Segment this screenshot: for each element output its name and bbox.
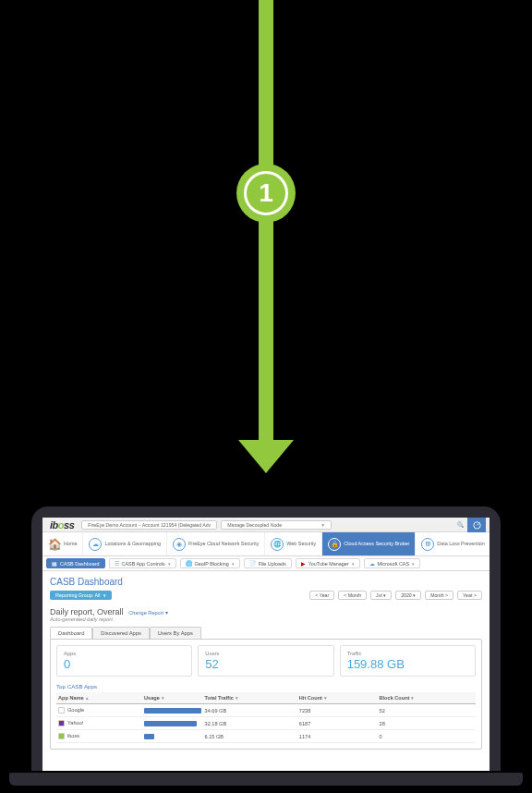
subnav-label: GeoIP Blocking [195,561,229,567]
top-apps-table: App Name▴ Usage▾ Total Traffic▾ Hit Coun… [56,692,476,743]
brand-logo-left: ib [50,519,58,531]
dashboard-panel: Apps 0 Users 52 Traffic 159.88 GB Top CA… [50,639,482,750]
tab-users-by-apps[interactable]: Users By Apps [150,627,201,639]
file-icon: 📄 [249,560,256,567]
tab-dashboard[interactable]: Dashboard [50,627,92,639]
reporting-group-selector[interactable]: Reporting Group: All ▾ [50,591,112,600]
nav-home-label: Home [64,542,77,547]
subnav-geoip[interactable]: 🌐 GeoIP Blocking ▾ [180,558,240,568]
page-title: CASB Dashboard [50,577,482,587]
reporting-group-label: Reporting Group: All [55,592,101,598]
col-hits[interactable]: Hit Count▾ [297,692,378,704]
nav-label: Locations & Geomapping [104,542,161,547]
subnav-mscas[interactable]: ☁ Microsoft CAS ▾ [364,558,420,568]
cell-traffic: 6.15 GB [203,730,297,743]
globe-icon: 🌐 [186,560,192,567]
table-row[interactable]: Yahoo!32.18 GB618728 [56,717,476,730]
primary-nav: 🏠 Home ☁ Locations & Geomapping ◉ FireEy… [42,532,490,556]
lock-icon: 🔒 [328,538,341,551]
table-row[interactable]: Google34.69 GB723852 [56,704,476,717]
cell-hits: 1174 [297,730,378,743]
subnav-youtube[interactable]: ▶ YouTube Manager ▾ [296,558,360,568]
grid-icon: ▦ [52,560,57,567]
col-app-name[interactable]: App Name▴ [56,692,142,704]
subnav-label: Microsoft CAS [378,561,409,567]
chevron-down-icon: ▾ [232,561,235,567]
secondary-nav: ▦ CASB Dashboard ☰ CASB App Controls ▾ 🌐… [42,556,490,571]
change-report-link[interactable]: Change Report ▾ [128,610,168,616]
brand-logo-right: ss [64,519,74,531]
dashboard-header: CASB Dashboard Reporting Group: All ▾ < … [42,571,490,604]
sort-icon: ▴ [86,695,89,701]
kpi-value: 159.88 GB [347,657,468,671]
subnav-app-controls[interactable]: ☰ CASB App Controls ▾ [109,558,176,568]
step-badge: 1 [236,164,296,223]
cell-usage [142,730,202,743]
report-subtitle: Auto-generated daily report. [50,616,482,622]
cell-usage [142,704,202,717]
nav-locations[interactable]: ☁ Locations & Geomapping [83,532,167,555]
subnav-label: YouTube Manager [308,561,349,567]
tab-discovered-apps[interactable]: Discovered Apps [92,627,150,639]
nav-casb[interactable]: 🔒 Cloud Access Security Broker [322,532,416,555]
app-screen: iboss FireEye Demo Account – Account 121… [42,518,490,771]
nav-websecurity[interactable]: 🌐 Web Security [265,532,322,555]
account-selector[interactable]: FireEye Demo Account – Account 121954 (D… [81,520,217,530]
kpi-label: Traffic [347,651,468,656]
year-selector[interactable]: 2020 ▾ [395,591,421,600]
col-traffic[interactable]: Total Traffic▾ [203,692,297,704]
chevron-down-icon: ▾ [352,561,355,567]
next-month-button[interactable]: Month > [425,591,453,600]
kpi-row: Apps 0 Users 52 Traffic 159.88 GB [56,645,476,677]
node-selector-label: Manage Decoupled Node [227,522,282,528]
app-icon [58,707,65,714]
usage-bar [144,734,154,739]
subnav-label: CASB Dashboard [60,561,100,567]
cell-app: Google [56,704,142,717]
next-year-button[interactable]: Year > [457,591,482,600]
youtube-icon: ▶ [301,560,306,567]
report-tabs: Dashboard Discovered Apps Users By Apps [50,627,482,639]
sort-icon: ▾ [411,695,414,701]
chevron-down-icon: ▾ [168,561,171,567]
col-label: Hit Count [299,695,322,701]
kpi-label: Apps [64,651,185,656]
month-selector[interactable]: Jul ▾ [370,591,392,600]
col-blocks[interactable]: Block Count▾ [378,692,476,704]
menu-icon: ☰ [115,560,119,567]
subnav-file-uploads[interactable]: 📄 File Uploads [244,558,292,568]
cell-app: Yahoo! [56,717,142,730]
search-icon[interactable]: 🔍 [457,521,464,528]
cell-hits: 7238 [297,704,378,717]
kpi-value: 52 [205,657,326,671]
subnav-casb-dashboard[interactable]: ▦ CASB Dashboard [46,558,105,568]
diagram-arrow-head [238,440,294,473]
nav-label: Web Security [286,542,316,547]
cell-blocks: 0 [378,730,476,743]
table-title: Top CASB Apps [56,683,476,689]
cell-traffic: 32.18 GB [203,717,297,730]
prev-year-button[interactable]: < Year [309,591,334,600]
col-label: Total Traffic [205,695,234,701]
usage-bar [144,708,200,714]
prev-month-button[interactable]: < Month [338,591,367,600]
nav-home[interactable]: 🏠 Home [42,532,83,555]
chevron-down-icon: ▾ [412,561,415,567]
col-label: Usage [144,695,160,701]
node-selector[interactable]: Manage Decoupled Node ▼ [221,520,332,530]
nav-dlp[interactable]: ⛨ Data Loss Prevention [416,532,490,555]
table-row[interactable]: iboss6.15 GB11740 [56,730,476,743]
cell-traffic: 34.69 GB [203,704,297,717]
nav-label: FireEye Cloud Network Security [188,542,259,547]
chevron-down-icon: ▼ [320,522,325,528]
kpi-users: Users 52 [198,645,333,677]
col-label: Block Count [380,695,410,701]
fire-icon: ◉ [173,538,186,551]
app-icon [58,733,65,739]
nav-fireeye[interactable]: ◉ FireEye Cloud Network Security [167,532,265,555]
dashboard-icon-button[interactable] [467,518,486,532]
brand-logo: iboss [46,519,78,531]
globe-icon: 🌐 [271,538,284,551]
sort-icon: ▾ [324,695,327,701]
col-usage[interactable]: Usage▾ [142,692,202,704]
